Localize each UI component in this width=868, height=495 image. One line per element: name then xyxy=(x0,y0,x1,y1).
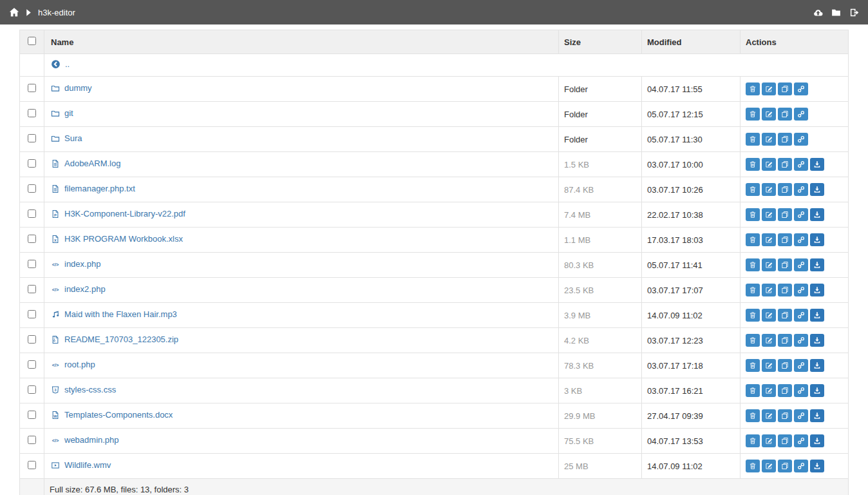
delete-button[interactable] xyxy=(746,183,760,196)
delete-button[interactable] xyxy=(746,334,760,347)
select-all-checkbox[interactable] xyxy=(28,37,36,45)
copy-button[interactable] xyxy=(778,409,792,422)
link-button[interactable] xyxy=(794,359,808,372)
link-button[interactable] xyxy=(794,284,808,296)
rename-button[interactable] xyxy=(762,409,776,422)
copy-button[interactable] xyxy=(778,108,792,121)
link-button[interactable] xyxy=(794,133,808,146)
file-link[interactable]: WTemplates-Components.docx xyxy=(51,410,173,420)
file-link[interactable]: Maid with the Flaxen Hair.mp3 xyxy=(51,309,177,319)
file-link[interactable]: README_170703_122305.zip xyxy=(51,335,178,344)
link-button[interactable] xyxy=(794,233,808,246)
delete-button[interactable] xyxy=(746,409,760,422)
row-checkbox[interactable] xyxy=(28,411,36,419)
delete-button[interactable] xyxy=(746,384,760,397)
copy-button[interactable] xyxy=(778,334,792,347)
copy-button[interactable] xyxy=(778,359,792,372)
delete-button[interactable] xyxy=(746,284,760,296)
link-button[interactable] xyxy=(794,82,808,95)
row-checkbox[interactable] xyxy=(28,436,36,444)
download-button[interactable] xyxy=(810,359,824,372)
row-checkbox[interactable] xyxy=(28,134,36,142)
rename-button[interactable] xyxy=(762,233,776,246)
copy-button[interactable] xyxy=(778,82,792,95)
delete-button[interactable] xyxy=(746,359,760,372)
new-folder-button[interactable] xyxy=(831,8,841,17)
file-link[interactable]: </>index.php xyxy=(51,259,100,269)
row-checkbox[interactable] xyxy=(28,84,36,92)
rename-button[interactable] xyxy=(762,284,776,296)
file-link[interactable]: Wildlife.wmv xyxy=(51,460,111,470)
download-button[interactable] xyxy=(810,334,824,347)
row-checkbox[interactable] xyxy=(28,335,36,344)
row-checkbox[interactable] xyxy=(28,461,36,469)
rename-button[interactable] xyxy=(762,183,776,196)
link-button[interactable] xyxy=(794,158,808,171)
rename-button[interactable] xyxy=(762,359,776,372)
file-link[interactable]: </>root.php xyxy=(51,360,95,369)
delete-button[interactable] xyxy=(746,158,760,171)
rename-button[interactable] xyxy=(762,258,776,271)
file-link[interactable]: </>index2.php xyxy=(51,284,106,294)
link-button[interactable] xyxy=(794,334,808,347)
logout-button[interactable] xyxy=(849,8,859,17)
copy-button[interactable] xyxy=(778,284,792,296)
row-checkbox[interactable] xyxy=(28,360,36,369)
rename-button[interactable] xyxy=(762,158,776,171)
row-checkbox[interactable] xyxy=(28,285,36,293)
row-checkbox[interactable] xyxy=(28,109,36,117)
copy-button[interactable] xyxy=(778,133,792,146)
link-button[interactable] xyxy=(794,409,808,422)
link-button[interactable] xyxy=(794,108,808,121)
file-link[interactable]: filemanager.php.txt xyxy=(51,184,135,193)
rename-button[interactable] xyxy=(762,208,776,221)
delete-button[interactable] xyxy=(746,434,760,447)
rename-button[interactable] xyxy=(762,133,776,146)
delete-button[interactable] xyxy=(746,233,760,246)
download-button[interactable] xyxy=(810,233,824,246)
download-button[interactable] xyxy=(810,384,824,397)
delete-button[interactable] xyxy=(746,108,760,121)
row-checkbox[interactable] xyxy=(28,159,36,168)
delete-button[interactable] xyxy=(746,82,760,95)
parent-dir-link[interactable]: .. xyxy=(51,59,70,69)
delete-button[interactable] xyxy=(746,258,760,271)
rename-button[interactable] xyxy=(762,82,776,95)
download-button[interactable] xyxy=(810,460,824,472)
row-checkbox[interactable] xyxy=(28,310,36,318)
copy-button[interactable] xyxy=(778,258,792,271)
file-link[interactable]: XH3K PROGRAM Workbook.xlsx xyxy=(51,234,183,244)
download-button[interactable] xyxy=(810,158,824,171)
copy-button[interactable] xyxy=(778,460,792,472)
rename-button[interactable] xyxy=(762,334,776,347)
link-button[interactable] xyxy=(794,434,808,447)
copy-button[interactable] xyxy=(778,434,792,447)
folder-link[interactable]: Sura xyxy=(51,133,82,143)
file-link[interactable]: </>webadmin.php xyxy=(51,435,119,445)
row-checkbox[interactable] xyxy=(28,184,36,193)
row-checkbox[interactable] xyxy=(28,385,36,394)
link-button[interactable] xyxy=(794,460,808,472)
copy-button[interactable] xyxy=(778,233,792,246)
copy-button[interactable] xyxy=(778,158,792,171)
breadcrumb-path[interactable]: h3k-editor xyxy=(38,8,75,17)
download-button[interactable] xyxy=(810,434,824,447)
folder-link[interactable]: git xyxy=(51,108,73,118)
file-link[interactable]: 3styles-css.css xyxy=(51,385,116,394)
copy-button[interactable] xyxy=(778,208,792,221)
folder-link[interactable]: dummy xyxy=(51,83,92,93)
download-button[interactable] xyxy=(810,309,824,322)
row-checkbox[interactable] xyxy=(28,235,36,243)
delete-button[interactable] xyxy=(746,133,760,146)
delete-button[interactable] xyxy=(746,460,760,472)
file-link[interactable]: AdobeARM.log xyxy=(51,159,120,168)
rename-button[interactable] xyxy=(762,309,776,322)
download-button[interactable] xyxy=(810,409,824,422)
link-button[interactable] xyxy=(794,208,808,221)
delete-button[interactable] xyxy=(746,309,760,322)
rename-button[interactable] xyxy=(762,460,776,472)
link-button[interactable] xyxy=(794,309,808,322)
file-link[interactable]: PH3K-Component-Library-v22.pdf xyxy=(51,209,185,218)
copy-button[interactable] xyxy=(778,384,792,397)
copy-button[interactable] xyxy=(778,309,792,322)
